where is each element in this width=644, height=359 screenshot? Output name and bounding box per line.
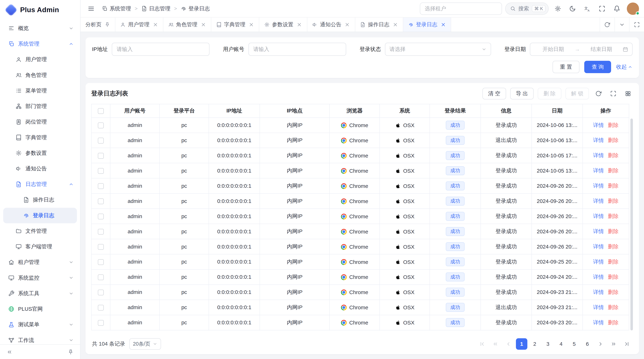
- user-avatar[interactable]: [627, 2, 639, 15]
- row-checkbox[interactable]: [98, 229, 104, 235]
- delete-link[interactable]: 删除: [608, 198, 618, 204]
- delete-link[interactable]: 删除: [608, 213, 618, 219]
- sidebar-item-system[interactable]: 系统管理: [3, 36, 77, 52]
- sidebar-item-user[interactable]: 用户管理: [3, 52, 77, 67]
- clear-button[interactable]: 清 空: [482, 88, 506, 99]
- tab-param[interactable]: 参数设置: [259, 17, 307, 32]
- collapse-filters-link[interactable]: 收起: [616, 63, 632, 71]
- delete-link[interactable]: 删除: [608, 320, 618, 325]
- tab-close-icon[interactable]: [344, 22, 350, 27]
- global-search-button[interactable]: 搜索 ⌘ K: [505, 2, 549, 15]
- detail-link[interactable]: 详情: [593, 274, 604, 280]
- query-button[interactable]: 查 询: [584, 61, 611, 73]
- sidebar-item-monitor[interactable]: 系统监控: [3, 270, 77, 286]
- tab-close-icon[interactable]: [153, 22, 158, 27]
- reset-button[interactable]: 重 置: [552, 61, 580, 73]
- sidebar-item-tools[interactable]: 系统工具: [3, 286, 77, 301]
- account-input[interactable]: [248, 43, 346, 56]
- delete-link[interactable]: 删除: [608, 289, 618, 295]
- app-logo[interactable]: Plus Admin: [0, 0, 80, 20]
- detail-link[interactable]: 详情: [593, 244, 604, 249]
- breadcrumb-item-2[interactable]: 登录日志: [181, 5, 210, 12]
- row-checkbox[interactable]: [98, 168, 104, 174]
- tab-close-icon[interactable]: [201, 22, 206, 27]
- tab-options-button[interactable]: [614, 17, 629, 32]
- detail-link[interactable]: 详情: [593, 320, 604, 325]
- row-checkbox[interactable]: [98, 183, 104, 189]
- detail-link[interactable]: 详情: [593, 183, 604, 189]
- sidebar-item-dict[interactable]: 字典管理: [3, 130, 77, 145]
- tenant-select-input[interactable]: [420, 2, 502, 15]
- sidebar-item-dept[interactable]: 部门管理: [3, 98, 77, 114]
- detail-link[interactable]: 详情: [593, 304, 604, 310]
- page-button-4[interactable]: 4: [555, 338, 567, 350]
- detail-link[interactable]: 详情: [593, 259, 604, 265]
- delete-link[interactable]: 删除: [608, 228, 618, 234]
- notifications-button[interactable]: [611, 3, 622, 14]
- delete-link[interactable]: 删除: [608, 168, 618, 173]
- sidebar-item-overview[interactable]: 概览: [3, 20, 77, 36]
- row-checkbox[interactable]: [98, 138, 104, 143]
- sidebar-item-client[interactable]: 客户端管理: [3, 239, 77, 254]
- tab-close-icon[interactable]: [249, 22, 254, 27]
- ip-input[interactable]: [112, 43, 210, 56]
- login-date-range[interactable]: 开始日期 → 结束日期: [530, 43, 632, 56]
- delete-link[interactable]: 删除: [608, 304, 618, 310]
- jump-forward-button[interactable]: [608, 338, 619, 350]
- prev-page-button[interactable]: [503, 338, 514, 350]
- delete-link[interactable]: 删除: [608, 274, 618, 280]
- row-checkbox[interactable]: [98, 275, 104, 280]
- tab-role[interactable]: 角色管理: [163, 17, 211, 32]
- tab-close-icon[interactable]: [296, 22, 302, 27]
- detail-link[interactable]: 详情: [593, 289, 604, 295]
- page-button-5[interactable]: 5: [568, 338, 580, 350]
- row-checkbox[interactable]: [98, 290, 104, 295]
- sidebar-item-menu[interactable]: 菜单管理: [3, 83, 77, 98]
- detail-link[interactable]: 详情: [593, 152, 604, 158]
- detail-link[interactable]: 详情: [593, 228, 604, 234]
- settings-button[interactable]: [552, 3, 564, 14]
- tab-close-icon[interactable]: [440, 22, 446, 27]
- detail-link[interactable]: 详情: [593, 137, 604, 143]
- sidebar-item-role[interactable]: 角色管理: [3, 67, 77, 83]
- delete-link[interactable]: 删除: [608, 137, 618, 143]
- delete-link[interactable]: 删除: [608, 259, 618, 265]
- delete-link[interactable]: 删除: [608, 122, 618, 128]
- detail-link[interactable]: 详情: [593, 168, 604, 173]
- breadcrumb-item-0[interactable]: 系统管理: [102, 5, 131, 12]
- fullscreen-button[interactable]: [596, 3, 608, 14]
- page-button-2[interactable]: 2: [529, 338, 540, 350]
- row-checkbox[interactable]: [98, 320, 104, 326]
- tab-user[interactable]: 用户管理: [116, 17, 163, 32]
- theme-toggle-button[interactable]: [567, 3, 578, 14]
- row-checkbox[interactable]: [98, 214, 104, 219]
- page-button-6[interactable]: 6: [582, 338, 593, 350]
- language-button[interactable]: [582, 3, 593, 14]
- sidebar-item-log[interactable]: 日志管理: [3, 176, 77, 192]
- detail-link[interactable]: 详情: [593, 122, 604, 128]
- tab-notice[interactable]: 通知公告: [307, 17, 355, 32]
- row-checkbox[interactable]: [98, 259, 104, 265]
- pin-sidebar-button[interactable]: [66, 347, 75, 357]
- tab-dict[interactable]: 字典管理: [211, 17, 259, 32]
- column-settings-button[interactable]: [623, 88, 634, 99]
- sidebar-item-tenant[interactable]: 租户管理: [3, 254, 77, 270]
- row-checkbox[interactable]: [98, 122, 104, 128]
- jump-back-button[interactable]: [490, 338, 501, 350]
- sidebar-item-test-menu[interactable]: 测试菜单: [3, 317, 77, 332]
- tab-analysis[interactable]: 分析页: [80, 17, 116, 32]
- next-page-button[interactable]: [595, 338, 606, 350]
- page-size-select[interactable]: 20条/页: [129, 338, 161, 350]
- detail-link[interactable]: 详情: [593, 198, 604, 204]
- page-button-3[interactable]: 3: [542, 338, 554, 350]
- sidebar-item-operlog[interactable]: 操作日志: [3, 192, 77, 208]
- content-fullscreen-button[interactable]: [629, 17, 644, 32]
- delete-link[interactable]: 删除: [608, 244, 618, 249]
- sidebar-item-notice[interactable]: 通知公告: [3, 161, 77, 176]
- login-status-select[interactable]: 请选择: [385, 43, 491, 56]
- sidebar-item-file[interactable]: 文件管理: [3, 223, 77, 239]
- delete-link[interactable]: 删除: [608, 152, 618, 158]
- last-page-button[interactable]: [621, 338, 632, 350]
- sidebar-item-plus-site[interactable]: PLUS官网: [3, 301, 77, 317]
- table-fullscreen-button[interactable]: [608, 88, 618, 99]
